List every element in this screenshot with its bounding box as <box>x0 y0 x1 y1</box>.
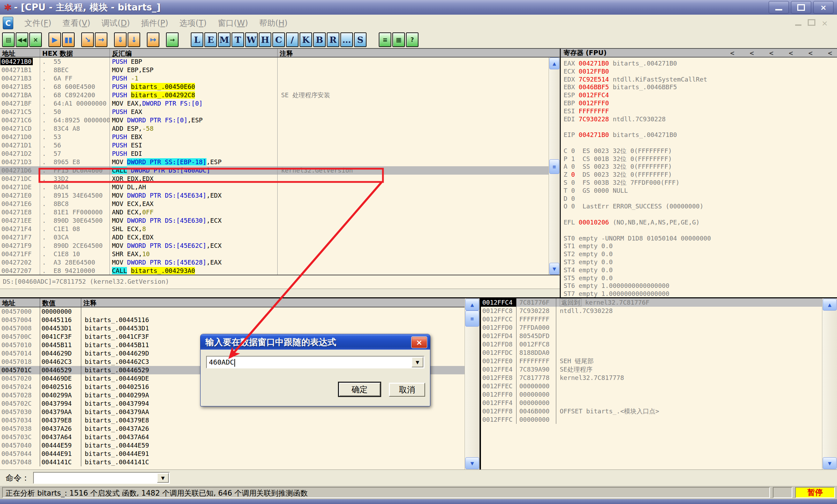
disasm-row[interactable]: 004271F9. 890D 2CE64500MOV DWORD PTR DS:… <box>0 242 560 250</box>
scroll-up-button[interactable]: ▲ <box>465 299 479 311</box>
register-line[interactable]: ST3 empty 0.0 <box>564 258 837 266</box>
disasm-row[interactable]: 004271F4. C1E1 08SHL ECX,8 <box>0 225 560 233</box>
breakpoints-window-button[interactable]: B <box>313 32 326 47</box>
dump-row[interactable]: 004570480044141Cbitarts_.0044141C <box>0 458 465 466</box>
debugging-options-button[interactable]: ≡ <box>379 32 391 47</box>
stack-listing[interactable]: 0012FFC47C81776F返回到 kernel32.7C81776F001… <box>481 298 822 469</box>
menu-H[interactable]: 帮助(H) <box>254 18 293 29</box>
register-line[interactable] <box>564 227 837 235</box>
pause-button[interactable]: ▮▮ <box>62 32 75 47</box>
column-header-disassembly[interactable]: 反汇编 <box>110 49 278 57</box>
chevron-left-icon[interactable]: < <box>750 49 754 57</box>
register-line[interactable]: EDX 7C92E514 ntdll.KiFastSystemCallRet <box>564 76 837 84</box>
dump-row[interactable]: 0045704000444E59bitarts_.00444E59 <box>0 441 465 450</box>
command-input[interactable]: ▼ <box>33 472 170 484</box>
windows-window-button[interactable]: W <box>245 32 258 47</box>
menu-V[interactable]: 查看(V) <box>57 18 96 29</box>
scroll-down-button[interactable]: ▼ <box>823 457 837 469</box>
stack-row[interactable]: 0012FFF000000000 <box>481 390 822 399</box>
stack-scrollbar[interactable]: ▲ ▼ <box>822 298 837 469</box>
dump-row[interactable]: 00457034004379E8bitarts_.004379E8 <box>0 416 465 425</box>
disasm-row[interactable]: 004271EE. 890D 30E64500MOV DWORD PTR DS:… <box>0 216 560 225</box>
animate-into-button[interactable]: ⇓ <box>114 32 127 47</box>
register-line[interactable]: ST4 empty 0.0 <box>564 266 837 274</box>
dialog-close-button[interactable]: × <box>411 336 427 348</box>
handles-window-button[interactable]: H <box>259 32 271 47</box>
registers-header[interactable]: 寄存器 (FPU) <<<<<< <box>561 49 837 58</box>
disasm-row[interactable]: 004271E8. 81E1 FF000000AND ECX,0FF <box>0 208 560 216</box>
disasm-row[interactable]: 004271DC. 33D2XOR EDX,EDX <box>0 175 560 183</box>
threads-window-button[interactable]: T <box>232 32 244 47</box>
disasm-row[interactable]: 004271B0. 55PUSH EBP <box>0 58 560 66</box>
stack-row[interactable]: 0012FFD07FFDA000 <box>481 323 822 332</box>
cpu-window-button[interactable]: C <box>272 32 285 47</box>
register-line[interactable] <box>564 123 837 131</box>
stack-row[interactable]: 0012FFE47C839A90SE处理程序 <box>481 365 822 374</box>
scroll-up-button[interactable]: ▲ <box>823 299 837 311</box>
stack-row[interactable]: 0012FFE87C817778kernel32.7C817778 <box>481 374 822 382</box>
menu-W[interactable]: 窗口(W) <box>212 18 254 29</box>
register-line[interactable]: ESI FFFFFFFF <box>564 107 837 115</box>
stack-row[interactable]: 0012FFEC00000000 <box>481 382 822 390</box>
mdi-restore-button[interactable] <box>808 19 815 28</box>
stack-row[interactable]: 0012FFDC8188DDA0 <box>481 349 822 357</box>
disasm-row[interactable]: 004271F7. 03CAADD ECX,EDX <box>0 233 560 242</box>
register-line[interactable]: EFL 00010206 (NO,NB,NE,A,NS,PE,GE,G) <box>564 219 837 227</box>
chevron-left-icon[interactable]: < <box>828 49 832 57</box>
disasm-row[interactable]: 004271D2. 57PUSH EDI <box>0 150 560 158</box>
disassembly-listing[interactable]: 004271B0. 55PUSH EBP004271B1. 8BECMOV EB… <box>0 58 560 275</box>
mdi-minimize-button[interactable] <box>795 19 801 28</box>
register-line[interactable]: P 1 CS 001B 32位 0(FFFFFFFF) <box>564 155 837 163</box>
dump-row[interactable]: 0045700000000000 <box>0 307 465 316</box>
help-button[interactable]: ? <box>406 32 418 47</box>
step-into-button[interactable]: ↘ <box>81 32 94 47</box>
register-line[interactable]: ST5 empty 0.0 <box>564 274 837 282</box>
close-button[interactable]: × <box>813 1 834 14</box>
pane-splitter[interactable] <box>0 289 560 297</box>
stack-row[interactable]: 0012FFF80046B000OFFSET bitarts_.<模块入口点> <box>481 407 822 415</box>
stack-row[interactable]: 0012FFF400000000 <box>481 399 822 407</box>
chevron-left-icon[interactable]: < <box>730 49 734 57</box>
dump-row[interactable]: 00457030004379AAbitarts_.004379AA <box>0 408 465 416</box>
modules-window-button[interactable]: E <box>204 32 217 47</box>
register-line[interactable]: EIP 004271B0 bitarts_.004271B0 <box>564 131 837 139</box>
stack-row[interactable]: 0012FFD80012FFC8 <box>481 340 822 349</box>
register-line[interactable]: ECX 0012FFB0 <box>564 68 837 76</box>
disasm-row[interactable]: 004271D0. 53PUSH EBX <box>0 133 560 141</box>
dump-header-comment[interactable]: 注释 <box>81 298 465 307</box>
menu-T[interactable]: 选项(T) <box>174 18 212 29</box>
stack-row[interactable]: 0012FFE0FFFFFFFFSEH 链尾部 <box>481 357 822 365</box>
references-window-button[interactable]: R <box>327 32 339 47</box>
run-trace-window-button[interactable]: … <box>340 32 353 47</box>
register-line[interactable]: EDI 7C930228 ntdll.7C930228 <box>564 115 837 123</box>
menu-P[interactable]: 插件(P) <box>136 18 174 29</box>
dump-row[interactable]: 0045704400444E91bitarts_.00444E91 <box>0 450 465 458</box>
register-line[interactable]: EBP 0012FFF0 <box>564 99 837 107</box>
disasm-row[interactable]: 004271C6. 64:8925 00000000MOV DWORD PTR … <box>0 116 560 124</box>
column-header-comment[interactable]: 注释 <box>278 49 560 57</box>
register-line[interactable] <box>564 211 837 219</box>
register-line[interactable]: ST7 empty 1.0000000000000000 <box>564 290 837 297</box>
patches-window-button[interactable]: / <box>286 32 299 47</box>
dump-row[interactable]: 0045703C00437A64bitarts_.00437A64 <box>0 433 465 441</box>
expression-input[interactable]: 460ADC ▼ <box>206 356 424 368</box>
disasm-row[interactable]: 004271D6. FF15 DC0A4600CALL DWORD PTR DS… <box>0 166 560 175</box>
run-button[interactable]: ▶ <box>48 32 61 47</box>
stack-row[interactable]: 0012FFCCFFFFFFFF <box>481 315 822 323</box>
menu-F[interactable]: 文件(F) <box>19 18 57 29</box>
scroll-down-button[interactable]: ▼ <box>465 457 479 469</box>
dump-row[interactable]: 0045700400445116bitarts_.00445116 <box>0 316 465 324</box>
stack-row[interactable]: 0012FFC47C81776F返回到 kernel32.7C81776F <box>481 298 822 307</box>
chevron-left-icon[interactable]: < <box>769 49 774 57</box>
column-header-address[interactable]: 地址 <box>0 49 40 57</box>
disasm-row[interactable]: 004271C5. 50PUSH EAX <box>0 108 560 116</box>
scrollbar-thumb[interactable]: ≡ <box>465 311 479 327</box>
cancel-button[interactable]: 取消 <box>389 383 425 397</box>
dialog-title-bar[interactable]: 输入要在数据窗口中跟随的表达式 <box>201 334 430 350</box>
animate-over-button[interactable]: ↓ <box>128 32 140 47</box>
title-bar[interactable]: * - [CPU - 主线程, 模块 - bitarts_] × <box>0 0 837 15</box>
disasm-row[interactable]: 004271E6. 8BC8MOV ECX,EAX <box>0 200 560 208</box>
disasm-row[interactable]: 004271D1. 56PUSH ESI <box>0 141 560 150</box>
close-program-button[interactable]: × <box>29 32 42 47</box>
register-line[interactable]: D 0 <box>564 195 837 203</box>
